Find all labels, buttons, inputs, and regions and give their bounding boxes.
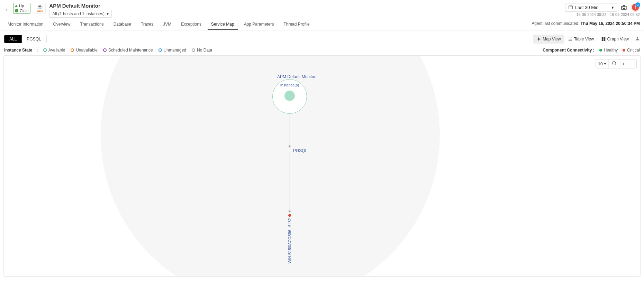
java-cup-icon: ☕: [37, 4, 43, 9]
agent-time: Thu May 16, 2024 20:50:34 PM: [581, 21, 640, 26]
zoom-in-button[interactable]: +: [619, 60, 628, 68]
agent-prefix: Agent last communicated:: [532, 21, 580, 26]
check-icon: ✓: [15, 9, 18, 12]
chevron-down-icon: ▾: [604, 62, 606, 66]
graph-view-label: Graph View: [607, 37, 629, 41]
legend-critical: Critical: [623, 48, 640, 53]
instances-node[interactable]: Instance(s): [272, 79, 307, 114]
table-view-button[interactable]: Table View: [564, 35, 598, 44]
arrow-up-icon: [15, 5, 18, 7]
canvas-background: [101, 55, 440, 277]
graph-view-button[interactable]: Graph View: [598, 35, 632, 44]
legend-healthy: Healthy: [599, 48, 618, 53]
java-icon: ☕ Java: [34, 3, 46, 14]
status-clear: ✓Clear: [15, 9, 29, 13]
svg-point-4: [623, 7, 625, 9]
zoom-out-button[interactable]: −: [628, 60, 636, 68]
connector-line: [290, 152, 290, 213]
connector-line: [290, 114, 290, 148]
calendar-icon: [568, 5, 573, 10]
status-clear-label: Clear: [20, 9, 29, 13]
legend-maintenance-label: Scheduled Maintenance: [108, 48, 153, 53]
legend-maintenance: Scheduled Maintenance: [103, 48, 153, 53]
legend-nodata: No Data: [192, 48, 212, 53]
time-range-text: 16-05-2024 09:22 - 16-05-2024 09:52: [577, 12, 640, 17]
tabs: Monitor Information Overview Transaction…: [0, 19, 644, 30]
legend-conn-title: Component Connectivity :: [543, 48, 594, 53]
tab-overview[interactable]: Overview: [49, 19, 74, 30]
legend-unmanaged-label: Unmanaged: [164, 48, 186, 53]
refresh-button[interactable]: [608, 59, 619, 68]
agent-communicated: Agent last communicated: Thu May 16, 202…: [532, 21, 640, 28]
tab-exceptions[interactable]: Exceptions: [178, 19, 205, 30]
camera-icon[interactable]: [620, 4, 627, 10]
tab-monitor-information[interactable]: Monitor Information: [4, 19, 47, 30]
svg-rect-14: [604, 37, 605, 39]
java-label: Java: [37, 9, 43, 12]
share-icon[interactable]: [635, 37, 640, 41]
graph-icon: [601, 37, 606, 41]
zoom-value: 10: [598, 62, 602, 66]
status-up-label: Up: [19, 4, 24, 8]
table-icon: [568, 37, 573, 41]
legend-available: Available: [43, 48, 65, 53]
filter-pills: ALL PGSQL: [4, 35, 46, 43]
tab-app-parameters[interactable]: App Parameters: [241, 19, 278, 30]
svg-rect-16: [604, 39, 605, 41]
arrow-head-icon: [288, 211, 291, 213]
chevron-down-icon: ▾: [611, 5, 614, 10]
zoom-level-dropdown[interactable]: 10▾: [596, 60, 608, 68]
svg-point-5: [538, 38, 539, 40]
svg-rect-13: [601, 37, 603, 39]
chevron-down-icon: ▾: [107, 11, 109, 16]
legend-critical-label: Critical: [627, 48, 640, 53]
instances-label: Instance(s): [280, 83, 299, 87]
filter-pgsql[interactable]: PGSQL: [21, 35, 46, 43]
hosts-dropdown-label: All (1 hosts and 1 instances): [52, 11, 105, 16]
table-view-label: Table View: [574, 37, 594, 41]
tab-thread-profile[interactable]: Thread Profile: [280, 19, 313, 30]
legend-unmanaged: Unmanaged: [158, 48, 186, 53]
available-icon: [43, 48, 47, 52]
map-icon: [536, 37, 541, 41]
time-dropdown-label: Last 30 Min: [575, 5, 598, 10]
filter-all[interactable]: ALL: [4, 35, 21, 43]
map-tools: 10▾ + −: [596, 59, 637, 68]
maintenance-icon: [103, 48, 107, 52]
service-map-canvas[interactable]: APM Default Monitor Instance(s) PGSQL WI…: [3, 55, 641, 277]
svg-rect-17: [636, 39, 639, 41]
tab-traces[interactable]: Traces: [137, 19, 157, 30]
svg-rect-0: [569, 6, 573, 9]
unavailable-icon: [71, 48, 74, 52]
map-title: APM Default Monitor: [277, 74, 316, 79]
legend-unavailable: Unavailable: [71, 48, 98, 53]
unmanaged-icon: [158, 48, 162, 52]
critical-icon: [623, 49, 625, 52]
pgsql-label: PGSQL: [293, 148, 307, 153]
status-box: Up ✓Clear: [13, 3, 30, 14]
legend-available-label: Available: [48, 48, 65, 53]
tab-service-map[interactable]: Service Map: [208, 19, 238, 30]
legend-nodata-label: No Data: [197, 48, 212, 53]
refresh-icon: [611, 61, 616, 66]
tab-database[interactable]: Database: [110, 19, 135, 30]
page-title: APM Default Monitor: [49, 3, 112, 9]
arrow-head-icon: [288, 146, 291, 148]
status-up: Up: [15, 4, 29, 8]
map-view-label: Map View: [543, 37, 561, 41]
tab-jvm[interactable]: JVM: [160, 19, 175, 30]
time-range-dropdown[interactable]: Last 30 Min ▾: [565, 3, 617, 12]
hosts-dropdown[interactable]: All (1 hosts and 1 instances) ▾: [49, 10, 112, 18]
svg-rect-15: [601, 39, 603, 41]
back-button[interactable]: ←: [4, 6, 10, 13]
legend-colon: :: [37, 48, 38, 53]
healthy-icon: [599, 49, 602, 52]
legend-unavailable-label: Unavailable: [76, 48, 98, 53]
legend-healthy-label: Healthy: [604, 48, 618, 53]
pgsql-node[interactable]: [288, 214, 291, 217]
alerts-button[interactable]: ! 2: [631, 3, 640, 12]
map-view-button[interactable]: Map View: [533, 35, 564, 44]
instances-inner-circle: [284, 91, 295, 101]
alerts-count: 2: [635, 2, 640, 7]
tab-transactions[interactable]: Transactions: [76, 19, 107, 30]
